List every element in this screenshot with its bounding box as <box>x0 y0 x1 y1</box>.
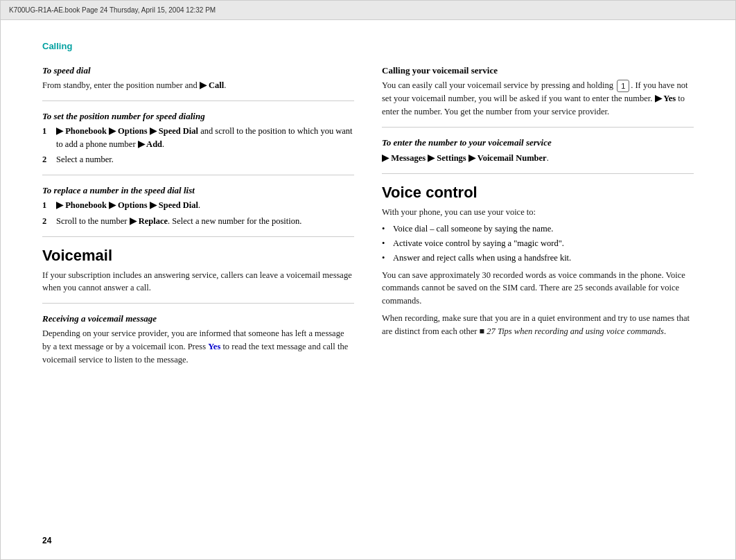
step-content: ▶ Phonebook ▶ Options ▶ Speed Dial. <box>56 199 354 212</box>
yes-nav: ▶ Yes <box>655 94 676 103</box>
bullet-dot: • <box>382 252 389 265</box>
italic-ref: 27 Tips when recording and using voice c… <box>487 326 664 336</box>
replace-number-heading: To replace a number in the speed dial li… <box>42 185 354 196</box>
phonebook-options-nav: ▶ Phonebook ▶ Options ▶ Speed Dial <box>56 200 198 210</box>
header-text: K700UG-R1A-AE.book Page 24 Thursday, Apr… <box>9 6 216 14</box>
calling-service-body: You can easily call your voicemail servi… <box>382 79 694 119</box>
page-number: 24 <box>42 536 51 545</box>
bullet-item: • Voice dial – call someone by saying th… <box>382 222 694 236</box>
set-position-steps: 1 ▶ Phonebook ▶ Options ▶ Speed Dial and… <box>42 125 354 166</box>
step-number: 2 <box>42 215 52 228</box>
enter-number-heading: To enter the number to your voicemail se… <box>382 137 694 148</box>
speed-dial-body: From standby, enter the position number … <box>42 79 354 92</box>
page-container: K700UG-R1A-AE.book Page 24 Thursday, Apr… <box>0 0 736 560</box>
receiving-heading: Receiving a voicemail message <box>42 313 354 324</box>
replace-steps: 1 ▶ Phonebook ▶ Options ▶ Speed Dial. 2 … <box>42 199 354 228</box>
replace-nav: ▶ Replace <box>130 216 168 226</box>
voice-control-heading: Voice control <box>382 184 694 202</box>
divider-2 <box>42 175 354 175</box>
bullet-text: Voice dial – call someone by saying the … <box>393 222 553 236</box>
step-number: 2 <box>42 153 52 166</box>
two-col-layout: To speed dial From standby, enter the po… <box>42 65 694 370</box>
page-content: Calling To speed dial From standby, ente… <box>1 20 735 559</box>
num-icon-1: 1 <box>617 80 629 92</box>
section-heading: Calling <box>42 41 694 51</box>
header-bar: K700UG-R1A-AE.book Page 24 Thursday, Apr… <box>1 1 735 20</box>
left-column: To speed dial From standby, enter the po… <box>42 65 354 370</box>
phonebook-nav: ▶ Phonebook ▶ Options ▶ Speed Dial <box>56 126 198 136</box>
yes-text: Yes <box>208 342 220 351</box>
voicemail-nav: ▶ Messages ▶ Settings ▶ Voicemail Number… <box>382 151 694 165</box>
right-column: Calling your voicemail service You can e… <box>382 65 694 370</box>
messages-nav: ▶ Messages ▶ Settings ▶ Voicemail Number <box>382 153 547 163</box>
bullet-text: Activate voice control by saying a "magi… <box>393 237 564 250</box>
step-item: 2 Scroll to the number ▶ Replace. Select… <box>42 215 354 228</box>
step-number: 1 <box>42 199 52 212</box>
bullet-item: • Answer and reject calls when using a h… <box>382 252 694 265</box>
step-number: 1 <box>42 125 52 151</box>
step-content: ▶ Phonebook ▶ Options ▶ Speed Dial and s… <box>56 125 354 151</box>
divider-5 <box>382 127 694 128</box>
voice-control-intro: With your phone, you can use your voice … <box>382 206 694 219</box>
step-item: 1 ▶ Phonebook ▶ Options ▶ Speed Dial and… <box>42 125 354 151</box>
voice-bullet-list: • Voice dial – call someone by saying th… <box>382 222 694 264</box>
speed-dial-heading: To speed dial <box>42 65 354 76</box>
divider-4 <box>42 303 354 304</box>
bullet-dot: • <box>382 237 389 250</box>
voicemail-body: If your subscription includes an answeri… <box>42 269 354 295</box>
voice-body-1: You can save approximately 30 recorded w… <box>382 269 694 308</box>
divider-3 <box>42 236 354 237</box>
bullet-dot: • <box>382 222 389 236</box>
voice-body-2: When recording, make sure that you are i… <box>382 312 694 338</box>
add-nav: ▶ Add <box>138 139 162 149</box>
calling-service-heading: Calling your voicemail service <box>382 65 694 76</box>
set-position-heading: To set the position number for speed dia… <box>42 111 354 122</box>
voicemail-heading: Voicemail <box>42 247 354 265</box>
call-nav: ▶ Call <box>200 80 224 90</box>
step-item: 1 ▶ Phonebook ▶ Options ▶ Speed Dial. <box>42 199 354 212</box>
bullet-item: • Activate voice control by saying a "ma… <box>382 237 694 250</box>
receiving-body: Depending on your service provider, you … <box>42 327 354 366</box>
step-item: 2 Select a number. <box>42 153 354 166</box>
bullet-text: Answer and reject calls when using a han… <box>393 252 571 265</box>
divider-1 <box>42 100 354 101</box>
step-content: Scroll to the number ▶ Replace. Select a… <box>56 215 354 228</box>
step-content: Select a number. <box>56 153 354 166</box>
divider-6 <box>382 173 694 174</box>
